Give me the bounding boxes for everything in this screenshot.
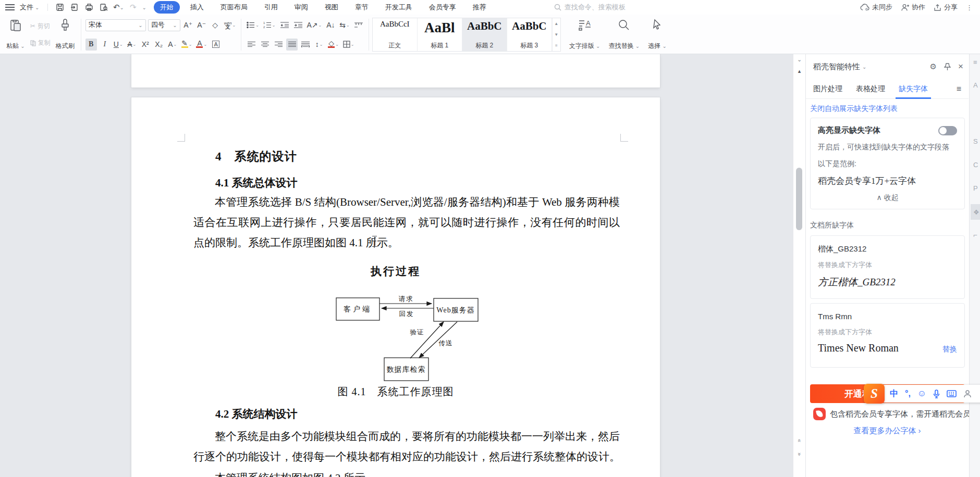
tab-home[interactable]: 开始 — [154, 1, 180, 14]
pin-icon[interactable] — [944, 63, 951, 71]
text-effects-button[interactable]: A⌄ — [167, 39, 178, 51]
sort-button[interactable]: A↓ — [325, 19, 336, 31]
replace-link[interactable]: 替换 — [942, 345, 957, 354]
tab-ruler-button[interactable] — [353, 19, 364, 31]
find-replace-button[interactable]: 查找替换 ⌄ — [604, 17, 644, 53]
tab-developer[interactable]: 开发工具 — [379, 1, 419, 14]
hamburger-menu-icon[interactable] — [5, 4, 15, 10]
figure-caption[interactable]: 图 4.1 系统工作原理图 — [131, 385, 660, 399]
rail-font-icon[interactable]: A — [973, 81, 980, 89]
more-fonts-link[interactable]: 查看更多办公字体 › — [853, 426, 921, 435]
style-heading2[interactable]: AaBbC 标题 2 — [462, 18, 507, 51]
tab-section[interactable]: 章节 — [349, 1, 375, 14]
figure-title[interactable]: 执行过程 — [131, 264, 660, 279]
undo-button[interactable]: ↶⌄ — [113, 2, 124, 12]
doc-heading-4-2[interactable]: 4.2 系统结构设计 — [215, 407, 298, 421]
grow-font-button[interactable]: A⁺ — [182, 19, 194, 31]
text-direction-button[interactable]: ⇆⌄ — [338, 19, 350, 31]
rail-icon[interactable]: ⌐ — [973, 231, 980, 239]
doc-paragraph-line[interactable]: 本管理系统结构图如图 4.2 所示 — [193, 468, 620, 477]
copy-button[interactable]: 复制 — [30, 39, 51, 47]
tab-review[interactable]: 审阅 — [288, 1, 314, 14]
tab-missing-fonts[interactable]: 缺失字体 — [899, 84, 928, 94]
styles-scroll[interactable]: ▲ ▼ ≡ — [552, 18, 560, 51]
styles-scroll-down-icon[interactable]: ▼ — [553, 29, 560, 40]
panel-title-dropdown[interactable]: 稻壳智能特性 ⌄ — [813, 62, 866, 72]
collapse-ribbon-icon[interactable]: ⌄ — [793, 56, 805, 63]
ime-keyboard-icon[interactable] — [947, 390, 957, 397]
text-layout-button[interactable]: A 文字排版 ⌄ — [565, 17, 605, 53]
bold-button[interactable]: B — [85, 39, 97, 51]
tab-recommend[interactable]: 推荐 — [467, 1, 493, 14]
doc-heading-4-1[interactable]: 4.1 系统总体设计 — [215, 175, 298, 190]
ime-lang-mode[interactable]: 中 — [890, 388, 898, 399]
align-center-button[interactable] — [259, 39, 271, 51]
select-button[interactable]: 选择 ⌄ — [644, 17, 671, 53]
numbered-list-button[interactable]: 12⌄ — [262, 19, 277, 31]
tab-page-layout[interactable]: 页面布局 — [214, 1, 254, 14]
doc-paragraph-line[interactable]: 点的限制。系统工作原理图如图 4.1 所示。 — [193, 233, 620, 253]
increase-indent-button[interactable] — [292, 19, 304, 31]
more-options-icon[interactable]: ⋮ — [966, 4, 973, 11]
ime-punctuation-mode[interactable]: °, — [905, 389, 911, 398]
command-search[interactable]: 查找命令、搜索模板 — [554, 3, 626, 12]
align-right-button[interactable] — [273, 39, 284, 51]
customize-toolbar-icon[interactable]: ⌄ — [142, 5, 146, 10]
sogou-logo-icon[interactable]: S — [864, 384, 885, 404]
next-page-icon[interactable]: » — [797, 448, 803, 460]
tab-table-processing[interactable]: 表格处理 — [856, 84, 885, 94]
underline-button[interactable]: U⌄ — [113, 39, 124, 51]
figure-flowchart[interactable]: 客户端 Web服务器 数据库检索 请求 回发 验证 传送 — [328, 286, 485, 391]
document-scrollbar[interactable]: ⌄ ▴ « » — [793, 54, 805, 477]
document-canvas[interactable]: 4 系统的设计 4.1 系统总体设计 本管理系统选择 B/S 结构(Browse… — [0, 54, 793, 477]
rail-icon[interactable]: P — [973, 184, 980, 192]
doc-paragraph-line[interactable]: 行逐个的功能设计，使得每一个模块都有相对应的功能设计，然后进行系统整体的设计。 — [193, 447, 620, 467]
print-button[interactable] — [83, 2, 95, 12]
format-painter-button[interactable]: 格式刷 — [53, 17, 78, 53]
superscript-button[interactable]: X² — [140, 39, 151, 51]
justify-button[interactable] — [286, 39, 298, 51]
cut-button[interactable]: ✂剪切 — [30, 22, 51, 31]
close-icon[interactable]: × — [958, 61, 963, 72]
tab-references[interactable]: 引用 — [258, 1, 284, 14]
bullet-list-button[interactable]: ⌄ — [246, 19, 260, 31]
collapse-button[interactable]: ∧ 收起 — [818, 193, 957, 203]
font-size-select[interactable]: 四号⌄ — [148, 19, 180, 31]
font-name-select[interactable]: 宋体⌄ — [85, 19, 146, 31]
tab-member[interactable]: 会员专享 — [423, 1, 462, 14]
decrease-indent-button[interactable] — [279, 19, 290, 31]
share-button[interactable]: 分享 — [934, 3, 958, 12]
italic-button[interactable]: I — [99, 39, 111, 51]
shrink-font-button[interactable]: A⁻ — [196, 19, 207, 31]
clear-format-button[interactable]: ◇ — [210, 19, 221, 31]
borders-button[interactable]: ⌄ — [342, 39, 356, 51]
ime-emoji-icon[interactable]: ☺ — [917, 388, 926, 399]
paste-button[interactable]: 粘贴 ⌄ — [3, 17, 28, 53]
ime-user-icon[interactable] — [963, 390, 972, 398]
redo-button[interactable]: ↷ — [127, 2, 139, 12]
sync-status[interactable]: 未同步 — [860, 3, 892, 12]
print-preview-button[interactable] — [98, 2, 109, 12]
strikethrough-button[interactable]: A⌄ — [126, 39, 138, 51]
previous-page-icon[interactable]: « — [797, 435, 803, 447]
rail-icon[interactable]: C — [973, 161, 980, 169]
style-normal[interactable]: AaBbCcI 正文 — [373, 18, 418, 51]
panel-tabs-menu-icon[interactable]: ≡ — [957, 84, 961, 94]
text-effects-wordart-button[interactable]: A↗⌄ — [306, 19, 323, 31]
rail-menu-icon[interactable]: ≡ — [973, 58, 980, 66]
highlight-color-button[interactable]: ✎⌄ — [180, 39, 193, 51]
line-spacing-button[interactable]: ↕⌄ — [313, 39, 325, 51]
style-heading1[interactable]: AaBl 标题 1 — [418, 18, 462, 51]
close-auto-show-link[interactable]: 关闭自动展示缺失字体列表 — [810, 104, 898, 114]
doc-paragraph-line[interactable]: 适合在互联网上进行操作，只要居民能连网，就可以随时进行操作，没有任何的时间以及地 — [193, 212, 620, 233]
highlight-toggle[interactable] — [938, 126, 957, 135]
page-current[interactable]: 4 系统的设计 4.1 系统总体设计 本管理系统选择 B/S 结构(Browse… — [131, 97, 660, 477]
styles-more-icon[interactable]: ≡ — [553, 40, 560, 51]
doc-heading-chapter4[interactable]: 4 系统的设计 — [215, 148, 297, 165]
subscript-button[interactable]: X₂ — [153, 39, 165, 51]
tab-view[interactable]: 视图 — [318, 1, 345, 14]
align-left-button[interactable] — [246, 39, 257, 51]
page-previous-bottom[interactable] — [131, 54, 660, 87]
font-color-button[interactable]: A⌄ — [195, 39, 208, 51]
shading-button[interactable]: ◇⌄ — [327, 39, 340, 51]
